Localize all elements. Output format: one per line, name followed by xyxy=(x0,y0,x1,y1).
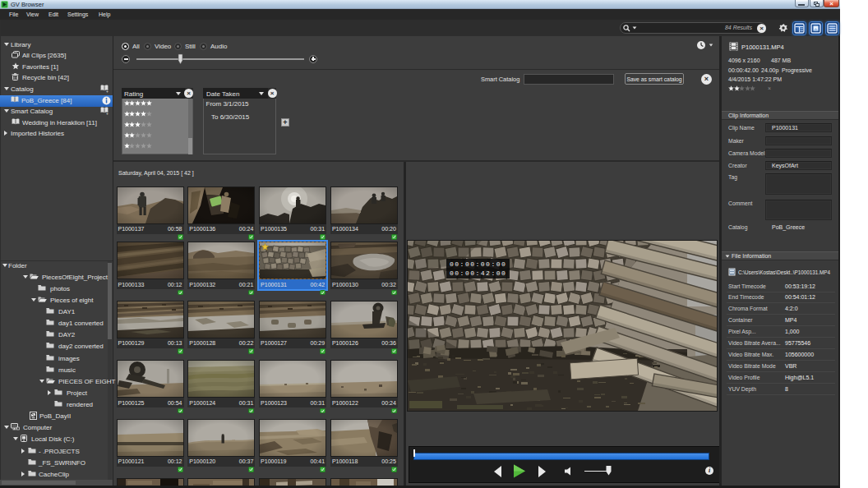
svg-text:+: + xyxy=(106,89,108,93)
svg-text:+: + xyxy=(106,111,108,115)
